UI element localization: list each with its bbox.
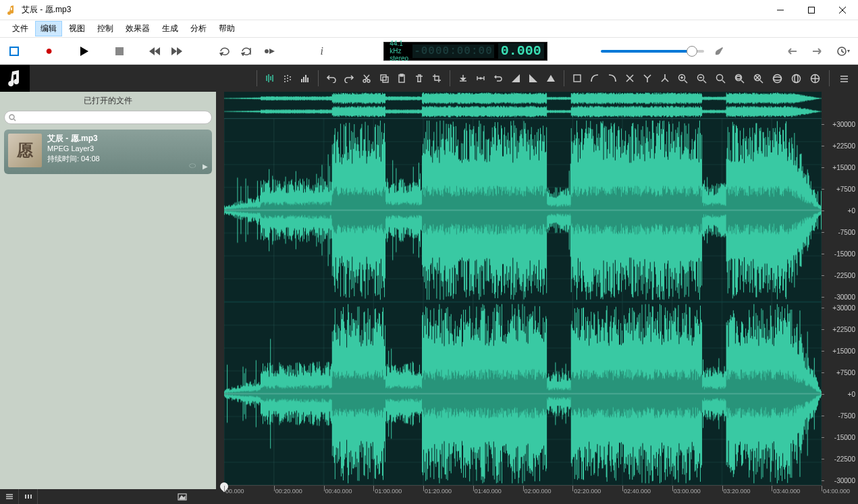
history-button[interactable]: ▾ xyxy=(834,42,853,61)
svg-rect-36 xyxy=(381,75,386,80)
menu-item-1[interactable]: 编辑 xyxy=(35,21,62,36)
view-lock-icon[interactable] xyxy=(807,70,823,86)
silence-down-icon[interactable] xyxy=(455,70,471,86)
stop-outline-button[interactable] xyxy=(5,42,22,61)
copy-button[interactable] xyxy=(376,70,392,86)
svg-line-58 xyxy=(665,78,668,82)
amplitude-label: +15000 xyxy=(832,164,855,171)
menu-item-7[interactable]: 帮助 xyxy=(213,21,240,36)
maximize-button[interactable] xyxy=(796,0,827,20)
svg-point-24 xyxy=(287,78,288,79)
bars-menu-icon[interactable] xyxy=(836,70,852,86)
shape-square-icon[interactable] xyxy=(569,70,585,86)
amplitude-label: -30000 xyxy=(834,293,855,301)
svg-point-78 xyxy=(795,74,798,82)
svg-point-21 xyxy=(284,78,286,80)
menu-item-2[interactable]: 视图 xyxy=(63,21,90,36)
file-format-label: MPEG Layer3 xyxy=(47,144,100,154)
mode-dots-icon[interactable] xyxy=(279,70,296,86)
waveform-overview[interactable] xyxy=(224,92,822,119)
svg-marker-48 xyxy=(529,74,537,82)
view-horizontal-icon[interactable] xyxy=(769,70,785,86)
file-play-icon[interactable]: ▶ xyxy=(203,163,208,170)
time-label: 00.000 xyxy=(225,488,244,495)
amplitude-label: -7500 xyxy=(838,229,855,236)
delete-button[interactable] xyxy=(411,70,427,86)
info-button[interactable]: i xyxy=(313,42,330,61)
svg-rect-29 xyxy=(303,77,304,82)
fade-out-icon[interactable] xyxy=(525,70,541,86)
record-button[interactable]: ● xyxy=(41,42,57,61)
stop-button[interactable] xyxy=(111,42,128,61)
file-duration-label: 持续时间: 04:08 xyxy=(47,154,100,164)
fade-in-icon[interactable] xyxy=(508,70,524,86)
svg-marker-49 xyxy=(547,75,555,82)
repeat-play-button[interactable] xyxy=(261,42,278,61)
crop-button[interactable] xyxy=(429,70,445,86)
status-bars-icon[interactable] xyxy=(19,489,38,504)
mode-spectrum-icon[interactable] xyxy=(297,70,313,86)
waveform-gutter xyxy=(216,92,224,489)
waveform-main[interactable] xyxy=(224,92,822,489)
menu-item-4[interactable]: 效果器 xyxy=(120,21,155,36)
amplitude-label: -22500 xyxy=(834,272,855,279)
time-label: 03:20.000 xyxy=(724,488,751,495)
svg-marker-6 xyxy=(149,47,155,55)
sidebar: 已打开的文件 愿 艾辰 - 愿.mp3 MPEG Layer3 持续时间: 04… xyxy=(0,92,216,489)
shape-fork-icon[interactable] xyxy=(657,70,673,86)
title-bar: 艾辰 - 愿.mp3 xyxy=(0,0,858,20)
nav-back-button[interactable] xyxy=(782,42,801,61)
zoom-all-button[interactable] xyxy=(750,70,766,86)
skip-back-button[interactable] xyxy=(146,42,163,61)
paint-icon[interactable] xyxy=(709,42,728,61)
menu-item-0[interactable]: 文件 xyxy=(7,21,34,36)
cut-button[interactable] xyxy=(358,70,375,86)
triangle-up-icon[interactable] xyxy=(543,70,559,86)
svg-marker-7 xyxy=(155,47,160,55)
play-button[interactable] xyxy=(76,42,92,61)
menu-item-3[interactable]: 控制 xyxy=(92,21,119,36)
silence-horiz-icon[interactable] xyxy=(473,70,489,86)
close-button[interactable] xyxy=(827,0,858,20)
nav-forward-button[interactable] xyxy=(808,42,827,61)
undo-button[interactable] xyxy=(323,70,340,86)
minimize-button[interactable] xyxy=(765,0,796,20)
svg-marker-42 xyxy=(461,78,465,80)
svg-rect-30 xyxy=(305,75,306,82)
zoom-selection-button[interactable] xyxy=(731,70,747,86)
shape-curve-left-icon[interactable] xyxy=(604,70,620,86)
mode-bars-icon[interactable] xyxy=(262,70,278,86)
waveform-channel-right[interactable] xyxy=(224,302,822,486)
svg-point-76 xyxy=(773,77,781,80)
loop-section-button[interactable] xyxy=(239,42,256,61)
shape-y-icon[interactable] xyxy=(639,70,655,86)
revert-silence-icon[interactable] xyxy=(490,70,506,86)
menu-item-5[interactable]: 生成 xyxy=(157,21,184,36)
status-image-icon[interactable] xyxy=(173,489,192,504)
time-label: 01:00.000 xyxy=(375,488,402,495)
time-ruler[interactable]: 00.00000:20.00000:40.00001:00.00001:20.0… xyxy=(224,485,822,497)
time-label: 02:40.000 xyxy=(624,488,651,495)
time-label: 02:00.000 xyxy=(525,488,552,495)
volume-slider[interactable] xyxy=(601,50,704,53)
time-counter: 44.1 kHz stereo -0000:00:00 0.000 xyxy=(383,42,547,61)
redo-button[interactable] xyxy=(341,70,357,86)
zoom-in-button[interactable] xyxy=(674,70,691,86)
sidebar-search-input[interactable] xyxy=(4,111,212,124)
zoom-out-button[interactable] xyxy=(693,70,709,86)
view-vertical-icon[interactable] xyxy=(788,70,804,86)
waveform-channel-left[interactable] xyxy=(224,119,822,302)
skip-forward-button[interactable] xyxy=(168,42,185,61)
shape-x-icon[interactable] xyxy=(622,70,638,86)
paste-button[interactable] xyxy=(394,70,410,86)
menu-item-6[interactable]: 分析 xyxy=(185,21,212,36)
file-item[interactable]: 愿 艾辰 - 愿.mp3 MPEG Layer3 持续时间: 04:08 ⬭ ▶ xyxy=(4,130,212,174)
loop-button[interactable] xyxy=(216,42,233,61)
status-list-icon[interactable] xyxy=(0,489,19,504)
zoom-fit-button[interactable] xyxy=(712,70,728,86)
svg-rect-39 xyxy=(400,74,403,76)
svg-rect-92 xyxy=(30,495,32,499)
shape-curve-right-icon[interactable] xyxy=(587,70,603,86)
time-label: 00:40.000 xyxy=(325,488,352,495)
svg-line-86 xyxy=(14,119,16,121)
